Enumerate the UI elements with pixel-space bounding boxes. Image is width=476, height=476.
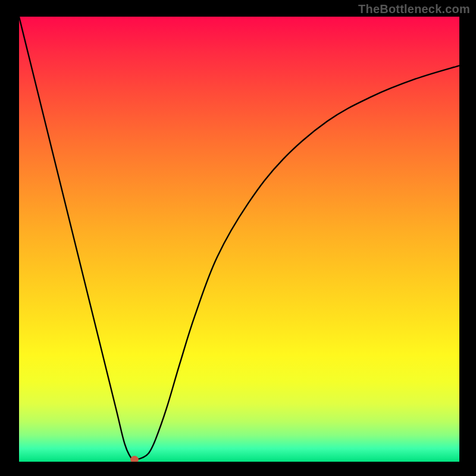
optimum-marker — [130, 456, 139, 462]
chart-frame: TheBottleneck.com — [0, 0, 476, 476]
plot-area — [19, 17, 459, 462]
curve-path — [19, 17, 459, 460]
watermark-text: TheBottleneck.com — [358, 2, 470, 16]
bottleneck-curve — [19, 17, 459, 462]
